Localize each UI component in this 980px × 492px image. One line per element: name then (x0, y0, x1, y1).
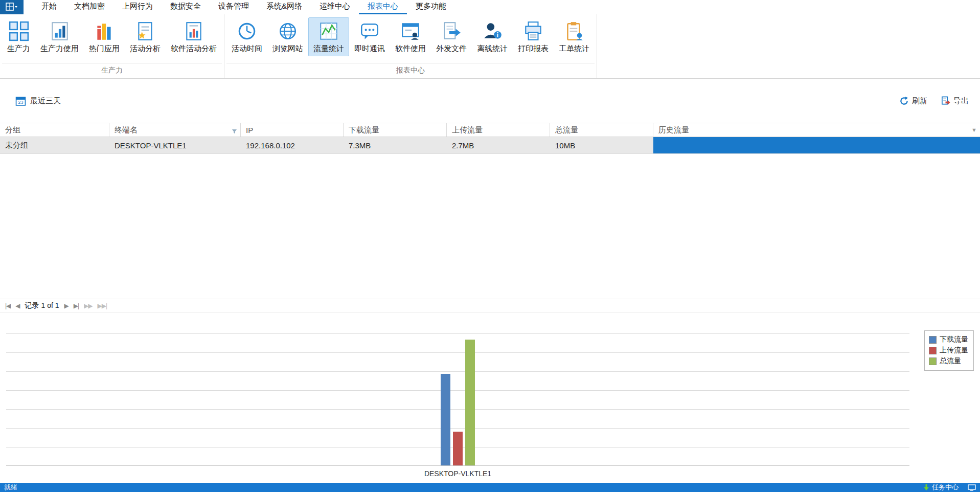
monitor-icon[interactable] (968, 484, 976, 491)
tab-data-security[interactable]: 数据安全 (162, 0, 210, 14)
ribbon-item-hot-apps[interactable]: 热门应用 (84, 17, 125, 56)
ribbon-item-label: 生产力使用 (40, 44, 79, 54)
cell-history (653, 137, 980, 153)
svg-text:23: 23 (18, 100, 24, 105)
tab-internet-behavior[interactable]: 上网行为 (113, 0, 162, 14)
app-menu-icon (6, 3, 18, 12)
refresh-button[interactable]: 刷新 (899, 96, 927, 106)
column-header-upload[interactable]: 上传流量 (447, 123, 550, 137)
ribbon-item-outgoing-files[interactable]: 外发文件 (431, 17, 472, 56)
ribbon-item-label: 生产力 (7, 44, 30, 54)
tab-document-encryption[interactable]: 文档加密 (65, 0, 113, 14)
status-right: 任务中心 (923, 483, 976, 492)
menu-bar: 开始 文档加密 上网行为 数据安全 设备管理 系统&网络 运维中心 报表中心 更… (0, 0, 980, 14)
next-page-button[interactable]: ▶ (64, 302, 69, 309)
ribbon-group-report-center: 活动时间 浏览网站 (224, 14, 597, 78)
legend-swatch-total (929, 357, 937, 365)
legend-swatch-upload (929, 347, 937, 354)
ribbon-item-productivity-usage[interactable]: 生产力使用 (35, 17, 84, 56)
date-filter-button[interactable]: 23 最近三天 (15, 96, 61, 106)
ribbon-item-offline-statistics[interactable]: 离线统计 (472, 17, 513, 56)
chart-x-axis-label: DESKTOP-VLKTLE1 (6, 469, 909, 478)
ribbon-filler (597, 14, 980, 78)
legend-item: 上传流量 (929, 346, 968, 355)
tab-home[interactable]: 开始 (33, 0, 65, 14)
column-header-group[interactable]: 分组 (0, 123, 109, 137)
record-count-label: 记录 1 of 1 (25, 301, 59, 310)
status-bar: 就绪 任务中心 (0, 483, 980, 492)
refresh-label: 刷新 (912, 96, 927, 106)
pager-extra-button[interactable]: ▶▶ (84, 302, 92, 309)
ribbon-item-label: 即时通讯 (354, 44, 385, 54)
app-menu-button[interactable] (0, 0, 24, 14)
ribbon-item-activity-analysis[interactable]: 活动分析 (125, 17, 166, 56)
ribbon-item-activity-time[interactable]: 活动时间 (226, 17, 267, 56)
tab-more-features[interactable]: 更多功能 (407, 0, 455, 14)
filter-toolbar: 23 最近三天 刷新 导出 (0, 79, 980, 123)
grid-icon (8, 20, 30, 42)
cell-group: 未分组 (0, 137, 109, 153)
export-label: 导出 (953, 96, 969, 106)
table-row[interactable]: 未分组 DESKTOP-VLKTLE1 192.168.0.102 7.3MB … (0, 137, 980, 154)
ribbon-item-label: 浏览网站 (272, 44, 303, 54)
cell-ip: 192.168.0.102 (241, 137, 344, 153)
ribbon-item-label: 打印报表 (518, 44, 549, 54)
legend-label: 总流量 (940, 356, 961, 366)
last-page-button[interactable]: ▶| (74, 302, 79, 309)
column-header-label: 历史流量 (658, 125, 689, 135)
hot-apps-icon (93, 20, 116, 42)
date-filter-label: 最近三天 (30, 96, 61, 106)
ribbon-item-productivity[interactable]: 生产力 (2, 17, 35, 56)
tab-report-center[interactable]: 报表中心 (359, 0, 407, 14)
ribbon-item-work-order-statistics[interactable]: 工单统计 (554, 17, 595, 56)
column-header-history[interactable]: 历史流量 ▼ (653, 123, 980, 137)
cell-terminal: DESKTOP-VLKTLE1 (109, 137, 241, 153)
chart-plot (6, 333, 909, 466)
ribbon-item-traffic-statistics[interactable]: 流量统计 (308, 17, 349, 56)
ribbon-item-software-activity-analysis[interactable]: 软件活动分析 (166, 17, 222, 56)
toolbar-actions: 刷新 导出 (899, 96, 969, 106)
task-center-button[interactable]: 任务中心 (923, 483, 959, 492)
ribbon-item-browse-websites[interactable]: 浏览网站 (267, 17, 308, 56)
table-header: 分组 终端名 IP 下载流量 上传流量 总流量 历史流量 ▼ (0, 123, 980, 137)
column-header-total[interactable]: 总流量 (550, 123, 653, 137)
column-header-label: 终端名 (115, 125, 138, 135)
cell-total: 10MB (550, 137, 653, 153)
ribbon-item-label: 软件活动分析 (171, 44, 217, 54)
export-button[interactable]: 导出 (941, 96, 969, 106)
refresh-icon (899, 96, 909, 106)
column-header-download[interactable]: 下载流量 (344, 123, 447, 137)
filter-funnel-icon[interactable] (232, 127, 237, 136)
ribbon-group-productivity: 生产力 生产力使用 (0, 14, 224, 78)
column-header-terminal[interactable]: 终端名 (109, 123, 241, 137)
ribbon-item-label: 活动分析 (130, 44, 161, 54)
prev-page-button[interactable]: ◀ (15, 302, 19, 309)
chart-legend: 下载流量 上传流量 总流量 (924, 330, 974, 371)
ribbon-item-label: 工单统计 (559, 44, 589, 54)
column-header-ip[interactable]: IP (241, 123, 344, 137)
chat-icon (358, 20, 381, 42)
pager-extra-button[interactable]: ▶▶| (98, 302, 107, 309)
software-window-icon (399, 20, 422, 42)
chart-bar-3 (465, 340, 475, 465)
ribbon-item-label: 热门应用 (89, 44, 120, 54)
ribbon-group-label: 生产力 (2, 63, 222, 77)
task-center-label: 任务中心 (932, 483, 959, 492)
ribbon-item-print-report[interactable]: 打印报表 (513, 17, 554, 56)
tab-ops-center[interactable]: 运维中心 (311, 0, 359, 14)
ribbon-item-label: 软件使用 (395, 44, 426, 54)
tab-system-network[interactable]: 系统&网络 (258, 0, 311, 14)
status-ready-label: 就绪 (4, 483, 17, 492)
ribbon-group-label: 报表中心 (226, 63, 595, 77)
ribbon-item-instant-messaging[interactable]: 即时通讯 (349, 17, 390, 56)
tab-device-management[interactable]: 设备管理 (210, 0, 258, 14)
column-dropdown-icon[interactable]: ▼ (971, 127, 977, 133)
export-icon (941, 96, 950, 106)
first-page-button[interactable]: |◀ (5, 302, 10, 309)
ribbon-item-software-usage[interactable]: 软件使用 (390, 17, 431, 56)
ribbon-item-label: 离线统计 (477, 44, 508, 54)
ribbon: 生产力 生产力使用 (0, 14, 980, 79)
clock-icon (236, 20, 258, 42)
legend-label: 下载流量 (940, 335, 968, 344)
file-out-icon (440, 20, 463, 42)
